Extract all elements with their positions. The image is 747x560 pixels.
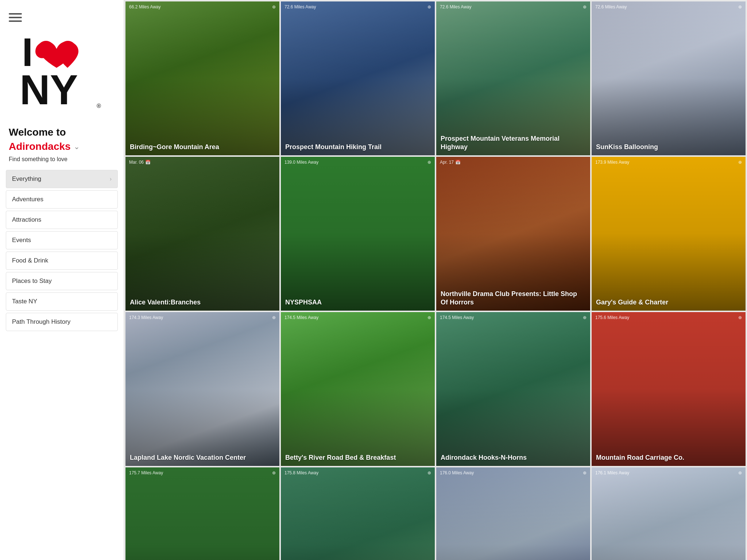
nav-item-label: Taste NY <box>12 298 37 305</box>
miles-badge: 174.5 Miles Away <box>440 315 474 320</box>
card-bettys-river-road[interactable]: 174.5 Miles Away⊕Betty's River Road Bed … <box>281 312 435 466</box>
card-top-bar: 175.7 Miles Away⊕ <box>125 467 279 478</box>
card-title: Gary's Guide & Charter <box>592 295 746 311</box>
card-mountain-road-carriage[interactable]: 175.6 Miles Away⊕Mountain Road Carriage … <box>592 312 746 466</box>
card-overlay <box>125 467 279 560</box>
card-overlay <box>592 312 746 466</box>
miles-badge: 72.6 Miles Away <box>595 4 627 9</box>
globe-icon: ⊕ <box>738 160 742 165</box>
globe-icon: ⊕ <box>738 315 742 320</box>
sidebar-item-adventures[interactable]: Adventures <box>6 190 118 209</box>
card-top-bar: Mar. 06 📅 <box>125 157 279 168</box>
card-birding-gore[interactable]: 66.2 Miles Away⊕Birding~Gore Mountain Ar… <box>125 1 279 155</box>
globe-icon: ⊕ <box>272 315 276 320</box>
card-top-bar: 72.6 Miles Away⊕ <box>436 1 590 12</box>
card-top-bar: 175.6 Miles Away⊕ <box>592 312 746 323</box>
card-overlay <box>436 312 590 466</box>
globe-icon: ⊕ <box>272 4 276 9</box>
miles-badge: 176.1 Miles Away <box>595 470 629 475</box>
sidebar-item-events[interactable]: Events <box>6 231 118 249</box>
region-dropdown-icon[interactable]: ⌄ <box>74 142 80 151</box>
card-top-bar: 174.5 Miles Away⊕ <box>436 312 590 323</box>
hamburger-menu[interactable] <box>0 7 124 31</box>
svg-text:NY: NY <box>20 66 78 113</box>
card-hudson-river[interactable]: 175.7 Miles Away⊕Hudson River <box>125 467 279 560</box>
date-badge: Apr. 17 📅 <box>440 160 461 165</box>
card-top-bar: 174.5 Miles Away⊕ <box>281 312 435 323</box>
miles-badge: 176.0 Miles Away <box>440 470 474 475</box>
card-ballooning-adventures[interactable]: 176.1 Miles Away⊕Ballooning Adventures <box>592 467 746 560</box>
card-overlay <box>125 312 279 466</box>
card-title: Prospect Mountain Veterans Memorial High… <box>436 131 590 155</box>
card-overlay <box>436 467 590 560</box>
card-overlay <box>592 157 746 311</box>
card-overlay <box>125 1 279 155</box>
card-top-bar: 176.1 Miles Away⊕ <box>592 467 746 478</box>
card-title: SunKiss Ballooning <box>592 139 746 156</box>
card-top-bar: 72.6 Miles Away⊕ <box>281 1 435 12</box>
card-title: Betty's River Road Bed & Breakfast <box>281 450 435 466</box>
sidebar-item-everything[interactable]: Everything› <box>6 170 118 188</box>
globe-icon: ⊕ <box>583 315 587 320</box>
nav-item-label: Adventures <box>12 196 43 203</box>
sidebar-item-attractions[interactable]: Attractions <box>6 211 118 229</box>
miles-badge: 175.8 Miles Away <box>285 470 318 475</box>
card-overlay <box>281 467 435 560</box>
card-prospect-veterans[interactable]: 72.6 Miles Away⊕Prospect Mountain Vetera… <box>436 1 590 155</box>
calendar-icon: 📅 <box>145 160 151 165</box>
nav-item-label: Everything <box>12 175 41 183</box>
card-adirondack-hooks[interactable]: 174.5 Miles Away⊕Adirondack Hooks-N-Horn… <box>436 312 590 466</box>
card-sunkiss-ballooning[interactable]: 72.6 Miles Away⊕SunKiss Ballooning <box>592 1 746 155</box>
card-west-mountain[interactable]: 176.0 Miles Away⊕West Mountain <box>436 467 590 560</box>
card-title: NYSPHSAA <box>281 295 435 311</box>
card-lapland-lake[interactable]: 174.3 Miles Away⊕Lapland Lake Nordic Vac… <box>125 312 279 466</box>
sidebar: I NY ® Welcome to Adirondacks ⌄ Find som… <box>0 0 124 560</box>
card-overlay <box>125 157 279 311</box>
sidebar-item-places-to-stay[interactable]: Places to Stay <box>6 272 118 290</box>
nav-item-label: Food & Drink <box>12 257 48 264</box>
sidebar-item-path-through-history[interactable]: Path Through History <box>6 313 118 331</box>
card-northville-drama[interactable]: Apr. 17 📅Northville Drama Club Presents:… <box>436 157 590 311</box>
card-title: Alice Valenti:Branches <box>125 295 279 311</box>
region-row: Adirondacks ⌄ <box>0 141 124 155</box>
card-prospect-hiking[interactable]: 72.6 Miles Away⊕Prospect Mountain Hiking… <box>281 1 435 155</box>
i-love-ny-logo: I NY ® <box>18 31 106 115</box>
card-top-bar: 175.8 Miles Away⊕ <box>281 467 435 478</box>
card-title: Birding~Gore Mountain Area <box>125 139 279 156</box>
miles-badge: 175.6 Miles Away <box>595 315 629 320</box>
card-title: Mountain Road Carriage Co. <box>592 450 746 466</box>
card-garys-guide[interactable]: 173.9 Miles Away⊕Gary's Guide & Charter <box>592 157 746 311</box>
logo-area: I NY ® <box>0 31 124 122</box>
miles-badge: 139.0 Miles Away <box>285 160 318 165</box>
card-nysphsaa[interactable]: 139.0 Miles Away⊕NYSPHSAA <box>281 157 435 311</box>
sidebar-item-food-drink[interactable]: Food & Drink <box>6 252 118 270</box>
globe-icon: ⊕ <box>738 4 742 9</box>
sidebar-item-taste-ny[interactable]: Taste NY <box>6 292 118 311</box>
nav-item-label: Events <box>12 237 31 244</box>
card-alice-valenti[interactable]: Mar. 06 📅Alice Valenti:Branches <box>125 157 279 311</box>
main-content: 66.2 Miles Away⊕Birding~Gore Mountain Ar… <box>124 0 747 560</box>
globe-icon: ⊕ <box>583 470 587 475</box>
globe-icon: ⊕ <box>272 470 276 475</box>
card-overlay <box>592 467 746 560</box>
card-top-bar: 72.6 Miles Away⊕ <box>592 1 746 12</box>
card-top-bar: 173.9 Miles Away⊕ <box>592 157 746 168</box>
miles-badge: 174.3 Miles Away <box>129 315 163 320</box>
card-overlay <box>281 157 435 311</box>
globe-icon: ⊕ <box>427 315 431 320</box>
card-top-bar: 66.2 Miles Away⊕ <box>125 1 279 12</box>
card-title: Northville Drama Club Presents: Little S… <box>436 286 590 311</box>
globe-icon: ⊕ <box>427 4 431 9</box>
region-name: Adirondacks <box>9 141 71 152</box>
card-title: Lapland Lake Nordic Vacation Center <box>125 450 279 466</box>
globe-icon: ⊕ <box>583 4 587 9</box>
card-overlay <box>281 1 435 155</box>
nav-item-label: Path Through History <box>12 318 70 326</box>
globe-icon: ⊕ <box>738 470 742 475</box>
card-hudson-river-park[interactable]: 175.8 Miles Away⊕Hudson River Park <box>281 467 435 560</box>
miles-badge: 173.9 Miles Away <box>595 160 629 165</box>
card-top-bar: 174.3 Miles Away⊕ <box>125 312 279 323</box>
tagline: Find something to love <box>0 155 124 170</box>
date-badge: Mar. 06 📅 <box>129 160 151 165</box>
nav-item-label: Places to Stay <box>12 277 52 285</box>
